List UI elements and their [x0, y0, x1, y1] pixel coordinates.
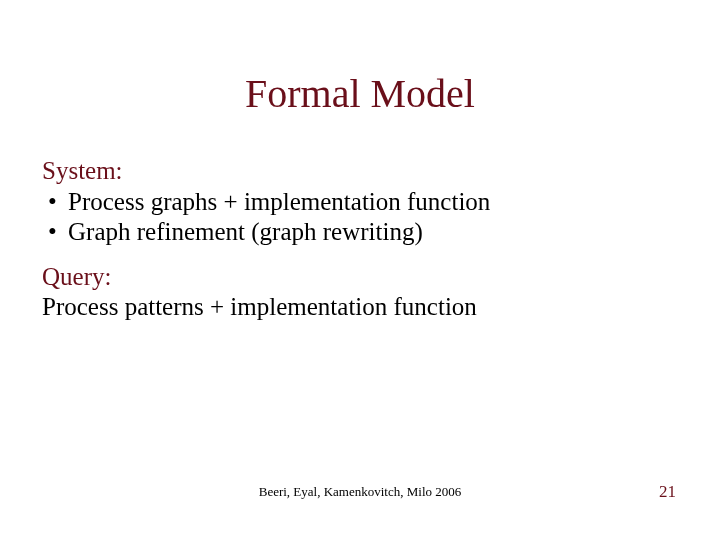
slide-title: Formal Model: [0, 70, 720, 117]
slide-body: System: Process graphs + implementation …: [42, 156, 678, 323]
query-heading: Query:: [42, 262, 678, 293]
query-line: Process patterns + implementation functi…: [42, 292, 678, 323]
slide: Formal Model System: Process graphs + im…: [0, 0, 720, 540]
system-bullets: Process graphs + implementation function…: [42, 187, 678, 248]
footer-citation: Beeri, Eyal, Kamenkovitch, Milo 2006: [0, 484, 720, 500]
query-block: Query: Process patterns + implementation…: [42, 262, 678, 323]
system-heading: System:: [42, 156, 678, 187]
page-number: 21: [659, 482, 676, 502]
list-item: Graph refinement (graph rewriting): [68, 217, 678, 248]
list-item: Process graphs + implementation function: [68, 187, 678, 218]
system-block: System: Process graphs + implementation …: [42, 156, 678, 248]
